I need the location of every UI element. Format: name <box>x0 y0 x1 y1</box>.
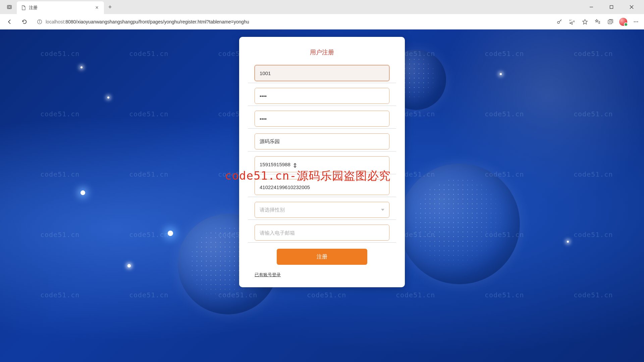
url-text: localhost:8080/xiaoyuanwangshangshangpu/… <box>46 19 249 24</box>
info-icon <box>37 19 42 24</box>
browser-tab[interactable]: 注册 × <box>17 1 104 14</box>
decorative-spark <box>127 264 131 267</box>
decorative-spark <box>168 231 173 236</box>
window-controls <box>582 1 641 13</box>
decorative-sphere <box>399 164 520 284</box>
register-button[interactable]: 注册 <box>277 249 367 265</box>
decorative-spark <box>567 241 569 243</box>
watermark-tile: code51.cn <box>307 291 346 299</box>
svg-rect-1 <box>8 6 11 8</box>
page-icon <box>21 5 26 10</box>
watermark-tile: code51.cn <box>129 170 168 178</box>
minimize-button[interactable] <box>582 1 601 13</box>
close-window-button[interactable] <box>622 1 641 13</box>
more-icon[interactable] <box>632 18 640 26</box>
chevron-down-icon <box>381 209 384 211</box>
phone-input[interactable] <box>255 156 389 172</box>
page-content: code51.cncode51.cncode51.cncode51.cncode… <box>0 29 644 362</box>
gender-placeholder: 请选择性别 <box>260 207 285 213</box>
url-input[interactable]: localhost:8080/xiaoyuanwangshangshangpu/… <box>34 16 552 27</box>
watermark-tile: code51.cn <box>129 291 168 299</box>
favorites-list-icon[interactable] <box>594 18 602 26</box>
email-input[interactable] <box>255 225 389 241</box>
id-number-input[interactable] <box>255 179 389 195</box>
svg-rect-0 <box>7 5 11 9</box>
watermark-tile: code51.cn <box>129 50 168 58</box>
svg-rect-3 <box>610 6 613 9</box>
watermark-tile: code51.cn <box>40 170 79 178</box>
close-icon[interactable]: × <box>94 5 100 11</box>
key-icon[interactable] <box>555 18 564 26</box>
watermark-tile: code51.cn <box>485 110 524 118</box>
watermark-tile: code51.cn <box>40 50 79 58</box>
favorite-icon[interactable] <box>581 18 589 26</box>
watermark-tile: code51.cn <box>485 50 524 58</box>
svg-point-12 <box>634 21 635 22</box>
watermark-tile: code51.cn <box>574 170 613 178</box>
decorative-spark <box>107 97 109 99</box>
back-button[interactable] <box>4 16 15 27</box>
watermark-tile: code51.cn <box>40 110 79 118</box>
decorative-spark <box>80 66 83 68</box>
watermark-tile: code51.cn <box>574 291 613 299</box>
tab-title: 注册 <box>29 5 91 11</box>
svg-text:A⁺: A⁺ <box>569 19 572 21</box>
password-confirm-input[interactable] <box>255 111 389 127</box>
watermark-tile: code51.cn <box>574 110 613 118</box>
login-link[interactable]: 已有账号登录 <box>255 272 281 277</box>
register-card: 用户注册 请选择性别 注册 已有账号登录 <box>239 37 405 287</box>
watermark-tile: code51.cn <box>40 291 79 299</box>
maximize-button[interactable] <box>602 1 621 13</box>
watermark-tile: code51.cn <box>485 291 524 299</box>
svg-point-14 <box>637 21 638 22</box>
browser-chrome: 注册 × + localhost:8080/xiaoyuanwangshangs… <box>0 0 644 29</box>
username-input[interactable] <box>255 65 389 81</box>
decorative-spark <box>500 73 502 75</box>
new-tab-button[interactable]: + <box>105 2 115 12</box>
toolbar-icons: A⁺ <box>555 18 640 26</box>
refresh-button[interactable] <box>19 16 30 27</box>
svg-point-8 <box>39 20 40 21</box>
gender-select[interactable]: 请选择性别 <box>255 202 389 218</box>
tab-actions-icon[interactable] <box>3 2 16 12</box>
decorative-spark <box>80 190 85 195</box>
address-bar: localhost:8080/xiaoyuanwangshangshangpu/… <box>0 14 644 29</box>
watermark-tile: code51.cn <box>574 50 613 58</box>
card-title: 用户注册 <box>255 48 389 56</box>
nickname-input[interactable] <box>255 133 389 149</box>
watermark-tile: code51.cn <box>129 110 168 118</box>
watermark-tile: code51.cn <box>485 170 524 178</box>
profile-avatar[interactable] <box>619 18 627 26</box>
watermark-tile: code51.cn <box>396 291 435 299</box>
svg-point-13 <box>636 21 637 22</box>
svg-point-9 <box>557 21 559 23</box>
watermark-tile: code51.cn <box>218 291 257 299</box>
watermark-tile: code51.cn <box>485 231 524 239</box>
collections-icon[interactable] <box>606 18 614 26</box>
read-aloud-icon[interactable]: A⁺ <box>568 18 576 26</box>
watermark-tile: code51.cn <box>574 231 613 239</box>
watermark-tile: code51.cn <box>40 231 79 239</box>
password-input[interactable] <box>255 88 389 104</box>
tab-bar: 注册 × + <box>0 0 644 14</box>
watermark-tile: code51.cn <box>129 231 168 239</box>
